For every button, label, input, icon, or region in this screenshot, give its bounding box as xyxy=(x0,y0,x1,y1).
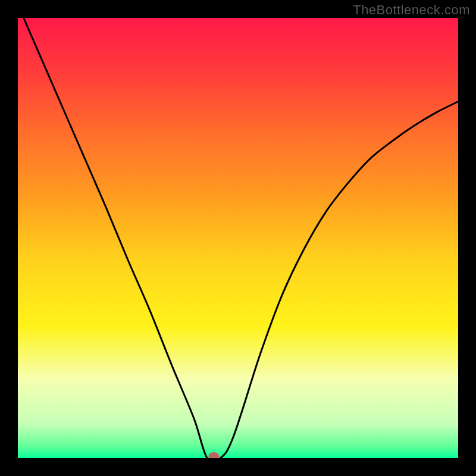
plot-area xyxy=(18,18,458,458)
plot-svg xyxy=(18,18,458,458)
chart-frame: TheBottleneck.com xyxy=(0,0,476,476)
watermark-text: TheBottleneck.com xyxy=(353,2,470,18)
gradient-background xyxy=(18,18,458,458)
